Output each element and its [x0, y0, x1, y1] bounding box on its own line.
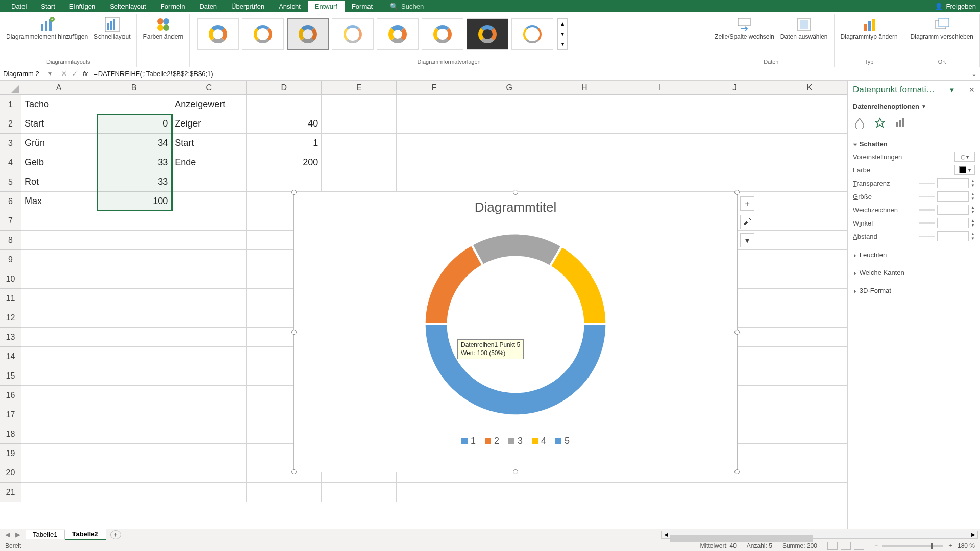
cell-B10[interactable]: [96, 269, 172, 289]
cell-B1[interactable]: [96, 95, 172, 114]
cell-K14[interactable]: [772, 347, 847, 366]
chart-handle-bm[interactable]: [513, 469, 518, 474]
cell-A11[interactable]: [21, 289, 96, 308]
cell-D1[interactable]: [247, 95, 322, 114]
add-chart-element-button[interactable]: + Diagrammelement hinzufügen: [4, 15, 90, 41]
shadow-transparency-input[interactable]: [937, 178, 969, 188]
column-header-J[interactable]: J: [697, 81, 772, 95]
row-header-18[interactable]: 18: [0, 424, 21, 444]
cell-D3[interactable]: 1: [247, 134, 322, 153]
cell-B5[interactable]: 33: [96, 172, 172, 192]
cell-A21[interactable]: [21, 483, 96, 502]
zoom-out-button[interactable]: −: [874, 542, 878, 549]
shadow-size-input[interactable]: [937, 191, 969, 202]
cell-B16[interactable]: [96, 386, 172, 405]
cell-J3[interactable]: [697, 134, 772, 153]
cell-K21[interactable]: [772, 483, 847, 502]
cell-B18[interactable]: [96, 424, 172, 444]
cell-B8[interactable]: [96, 231, 172, 250]
cell-A3[interactable]: Grün: [21, 134, 96, 153]
tab-formeln[interactable]: Formeln: [154, 1, 192, 12]
cell-A13[interactable]: [21, 328, 96, 347]
cell-E2[interactable]: [322, 114, 397, 134]
cell-H1[interactable]: [547, 95, 622, 114]
legend-item-1[interactable]: 1: [461, 436, 476, 446]
cell-K4[interactable]: [772, 153, 847, 172]
cell-D21[interactable]: [247, 483, 322, 502]
cell-G3[interactable]: [472, 134, 547, 153]
cell-I5[interactable]: [622, 172, 697, 192]
zoom-level[interactable]: 180 %: [958, 542, 975, 549]
fx-icon[interactable]: fx: [83, 70, 91, 78]
shadow-distance-slider[interactable]: [919, 236, 935, 237]
chart-style-4[interactable]: [332, 18, 374, 50]
cell-A9[interactable]: [21, 250, 96, 269]
cell-I4[interactable]: [622, 153, 697, 172]
cell-K9[interactable]: [772, 250, 847, 269]
cell-D5[interactable]: [247, 172, 322, 192]
chart-handle-br[interactable]: [734, 469, 740, 474]
cell-A14[interactable]: [21, 347, 96, 366]
cell-H3[interactable]: [547, 134, 622, 153]
chart-legend[interactable]: 12345: [294, 432, 737, 454]
cell-A12[interactable]: [21, 308, 96, 328]
cell-C3[interactable]: Start: [172, 134, 247, 153]
cell-G1[interactable]: [472, 95, 547, 114]
cell-E5[interactable]: [322, 172, 397, 192]
sheet-nav-prev[interactable]: ◀: [5, 531, 10, 538]
cell-F5[interactable]: [397, 172, 472, 192]
chart-style-2[interactable]: [242, 18, 284, 50]
row-header-13[interactable]: 13: [0, 328, 21, 347]
cell-K17[interactable]: [772, 405, 847, 424]
cell-C19[interactable]: [172, 444, 247, 463]
share-button[interactable]: 👤 Freigeben: [935, 3, 976, 10]
change-colors-button[interactable]: Farben ändern: [141, 15, 185, 41]
row-header-7[interactable]: 7: [0, 211, 21, 231]
cell-A4[interactable]: Gelb: [21, 153, 96, 172]
cell-B12[interactable]: [96, 308, 172, 328]
chart-style-1[interactable]: [197, 18, 239, 50]
cell-H2[interactable]: [547, 114, 622, 134]
cell-I1[interactable]: [622, 95, 697, 114]
cell-K7[interactable]: [772, 211, 847, 231]
row-header-15[interactable]: 15: [0, 366, 21, 386]
cell-K12[interactable]: [772, 308, 847, 328]
name-box-dropdown-icon[interactable]: ▼: [47, 71, 53, 77]
chart-style-6[interactable]: [422, 18, 463, 50]
cell-C6[interactable]: [172, 192, 247, 211]
row-header-12[interactable]: 12: [0, 308, 21, 328]
cell-B3[interactable]: 34: [96, 134, 172, 153]
confirm-formula-button[interactable]: ✓: [72, 70, 78, 78]
style-gallery-down[interactable]: ▼: [558, 29, 567, 39]
donut-slice-3[interactable]: [472, 234, 562, 267]
row-header-9[interactable]: 9: [0, 250, 21, 269]
cell-B20[interactable]: [96, 463, 172, 483]
cell-C14[interactable]: [172, 347, 247, 366]
cell-K5[interactable]: [772, 172, 847, 192]
cell-G4[interactable]: [472, 153, 547, 172]
cell-K11[interactable]: [772, 289, 847, 308]
cell-A10[interactable]: [21, 269, 96, 289]
cell-F1[interactable]: [397, 95, 472, 114]
chart-handle-mr[interactable]: [734, 330, 740, 335]
tab-entwurf[interactable]: Entwurf: [308, 1, 345, 12]
column-header-B[interactable]: B: [96, 81, 172, 95]
chart-object[interactable]: Diagrammtitel 12345 Datenreihen1 Punkt 5…: [293, 192, 738, 472]
row-header-4[interactable]: 4: [0, 153, 21, 172]
column-header-K[interactable]: K: [772, 81, 847, 95]
cell-A1[interactable]: Tacho: [21, 95, 96, 114]
style-gallery-more[interactable]: ▾: [558, 39, 567, 49]
worksheet-grid[interactable]: ABCDEFGHIJK 1234567891011121314151617181…: [0, 81, 847, 529]
shadow-angle-input[interactable]: [937, 218, 969, 228]
cell-B19[interactable]: [96, 444, 172, 463]
cell-K6[interactable]: [772, 192, 847, 211]
cell-J4[interactable]: [697, 153, 772, 172]
cell-G5[interactable]: [472, 172, 547, 192]
row-header-1[interactable]: 1: [0, 95, 21, 114]
chart-handle-tm[interactable]: [513, 190, 518, 195]
tab-datei[interactable]: Datei: [4, 1, 34, 12]
cell-C12[interactable]: [172, 308, 247, 328]
row-header-20[interactable]: 20: [0, 463, 21, 483]
cell-D2[interactable]: 40: [247, 114, 322, 134]
cell-I2[interactable]: [622, 114, 697, 134]
